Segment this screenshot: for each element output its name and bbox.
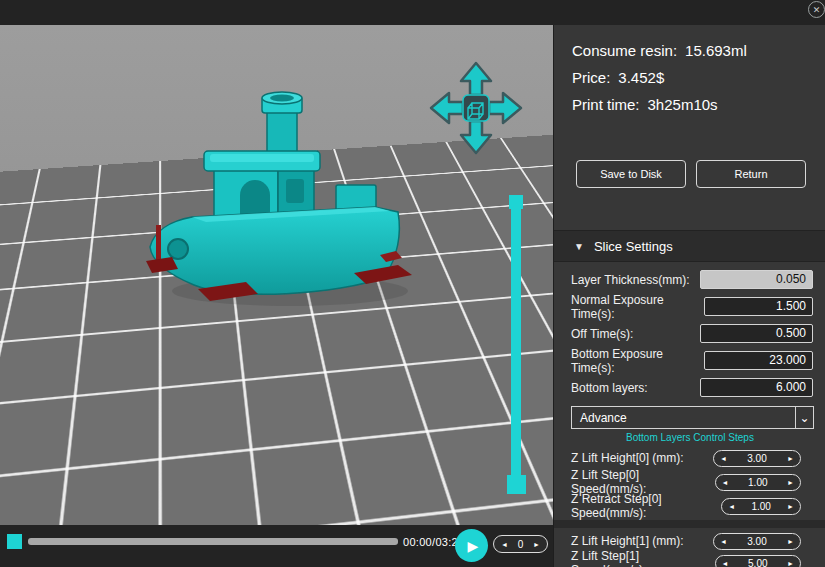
- step-label: Z Lift Step[1] Speed(mm/s):: [571, 549, 715, 567]
- field-label: Off Time(s):: [571, 327, 633, 341]
- stepper-left-arrow-icon[interactable]: ◄: [720, 538, 727, 545]
- z-retract-speed-0-stepper[interactable]: ◄ 1.00 ►: [721, 498, 801, 515]
- stepper-right-arrow-icon[interactable]: ►: [787, 560, 794, 567]
- slider-top-handle[interactable]: [509, 195, 523, 209]
- close-icon: ✕: [813, 5, 821, 15]
- play-icon: ▶: [468, 538, 479, 554]
- step-label: Z Lift Height[0] (mm):: [571, 451, 684, 465]
- print-stats: Consume resin: 15.693ml Price: 3.452$ Pr…: [572, 37, 747, 118]
- nav-up-arrow[interactable]: [461, 63, 491, 95]
- layer-thickness-input[interactable]: 0.050: [700, 270, 813, 289]
- field-normal-exposure: Normal Exposure Time(s): 1.500: [554, 293, 825, 320]
- layer-spinner-value: 0: [518, 539, 524, 550]
- slider-bottom-handle[interactable]: [507, 475, 526, 494]
- spinner-right-arrow-icon[interactable]: ►: [533, 541, 540, 548]
- collapse-triangle-icon: ▼: [574, 241, 584, 252]
- right-panel: Consume resin: 15.693ml Price: 3.452$ Pr…: [553, 25, 825, 567]
- stepper-right-arrow-icon[interactable]: ►: [787, 479, 794, 486]
- layer-preview-slider[interactable]: [506, 195, 527, 495]
- field-bottom-exposure: Bottom Exposure Time(s): 23.000: [554, 347, 825, 374]
- stepper-value: 1.00: [751, 501, 770, 512]
- model-benchy[interactable]: [140, 85, 420, 325]
- benchy-chimney: [262, 92, 302, 157]
- step-z-lift-speed-0: Z Lift Step[0] Speed(mm/s): ◄ 1.00 ►: [554, 470, 825, 494]
- timeline-handle[interactable]: [7, 534, 22, 549]
- resin-value: 15.693ml: [685, 42, 747, 59]
- field-label: Layer Thickness(mm):: [571, 273, 689, 287]
- step-z-lift-speed-1: Z Lift Step[1] Speed(mm/s): ◄ 5.00 ►: [554, 552, 825, 567]
- print-time-label: Print time:: [572, 96, 640, 113]
- bottom-exposure-input[interactable]: 23.000: [704, 351, 813, 370]
- spinner-left-arrow-icon[interactable]: ◄: [501, 541, 508, 548]
- timeline-track[interactable]: [28, 538, 398, 545]
- price-label: Price:: [572, 69, 610, 86]
- z-lift-speed-1-stepper[interactable]: ◄ 5.00 ►: [715, 555, 801, 567]
- field-label: Bottom layers:: [571, 381, 648, 395]
- resin-label: Consume resin:: [572, 42, 677, 59]
- step-label: Z Lift Height[1] (mm):: [571, 534, 684, 548]
- print-time-value: 3h25m10s: [648, 96, 718, 113]
- slice-settings-fields: Layer Thickness(mm): 0.050 Normal Exposu…: [554, 266, 825, 401]
- title-bar: ✕: [0, 0, 825, 25]
- step-z-lift-height-0: Z Lift Height[0] (mm): ◄ 3.00 ►: [554, 446, 825, 470]
- layer-spinner[interactable]: ◄ 0 ►: [493, 535, 548, 553]
- save-to-disk-button[interactable]: Save to Disk: [576, 160, 686, 188]
- field-label: Bottom Exposure Time(s):: [571, 347, 704, 375]
- step-z-retract-speed-0: Z Retract Step[0] Speed(mm/s): ◄ 1.00 ►: [554, 494, 825, 518]
- normal-exposure-input[interactable]: 1.500: [704, 297, 813, 316]
- close-button[interactable]: ✕: [808, 1, 825, 18]
- bottom-steps-title: Bottom Layers Control Steps: [554, 432, 825, 443]
- stepper-value: 3.00: [747, 453, 766, 464]
- off-time-input[interactable]: 0.500: [700, 324, 813, 343]
- nav-right-arrow[interactable]: [489, 93, 521, 123]
- stepper-left-arrow-icon[interactable]: ◄: [722, 479, 729, 486]
- stepper-right-arrow-icon[interactable]: ►: [787, 503, 794, 510]
- stepper-left-arrow-icon[interactable]: ◄: [728, 503, 735, 510]
- view-navigation-control[interactable]: [428, 60, 524, 156]
- bottom-steps-list: Z Lift Height[0] (mm): ◄ 3.00 ► Z Lift S…: [554, 446, 825, 567]
- field-layer-thickness: Layer Thickness(mm): 0.050: [554, 266, 825, 293]
- slider-track[interactable]: [511, 203, 521, 479]
- steps-group-divider: [554, 520, 825, 528]
- field-label: Normal Exposure Time(s):: [571, 293, 704, 321]
- stepper-right-arrow-icon[interactable]: ►: [787, 538, 794, 545]
- advance-dropdown-value: Advance: [580, 411, 627, 425]
- play-button[interactable]: ▶: [455, 529, 488, 562]
- slice-settings-title: Slice Settings: [594, 239, 673, 254]
- nav-left-arrow[interactable]: [431, 93, 463, 123]
- field-off-time: Off Time(s): 0.500: [554, 320, 825, 347]
- stepper-right-arrow-icon[interactable]: ►: [787, 455, 794, 462]
- stepper-left-arrow-icon[interactable]: ◄: [722, 560, 729, 567]
- action-buttons: Save to Disk Return: [576, 160, 806, 188]
- dropdown-chevron-icon[interactable]: ⌄: [795, 407, 813, 428]
- price-value: 3.452$: [618, 69, 664, 86]
- advance-dropdown[interactable]: Advance ⌄: [571, 406, 814, 429]
- stepper-value: 5.00: [748, 558, 767, 567]
- benchy-porthole: [168, 239, 188, 259]
- nav-down-arrow[interactable]: [461, 121, 491, 153]
- bottom-layers-input[interactable]: 6.000: [700, 378, 813, 397]
- return-button[interactable]: Return: [696, 160, 806, 188]
- playback-bar: 00:00/03:25 ▶ ◄ 0 ►: [0, 525, 553, 567]
- viewport-3d[interactable]: [0, 25, 553, 525]
- z-lift-speed-0-stepper[interactable]: ◄ 1.00 ►: [715, 474, 801, 491]
- benchy-hull: [150, 207, 399, 294]
- z-lift-height-1-stepper[interactable]: ◄ 3.00 ►: [713, 533, 801, 550]
- resin-stat: Consume resin: 15.693ml: [572, 37, 747, 64]
- slice-settings-header[interactable]: ▼ Slice Settings: [554, 230, 825, 262]
- stepper-value: 1.00: [748, 477, 767, 488]
- stepper-value: 3.00: [747, 536, 766, 547]
- print-time-stat: Print time: 3h25m10s: [572, 91, 747, 118]
- z-lift-height-0-stepper[interactable]: ◄ 3.00 ►: [713, 450, 801, 467]
- price-stat: Price: 3.452$: [572, 64, 747, 91]
- step-label: Z Retract Step[0] Speed(mm/s):: [571, 492, 721, 520]
- field-bottom-layers: Bottom layers: 6.000: [554, 374, 825, 401]
- stepper-left-arrow-icon[interactable]: ◄: [720, 455, 727, 462]
